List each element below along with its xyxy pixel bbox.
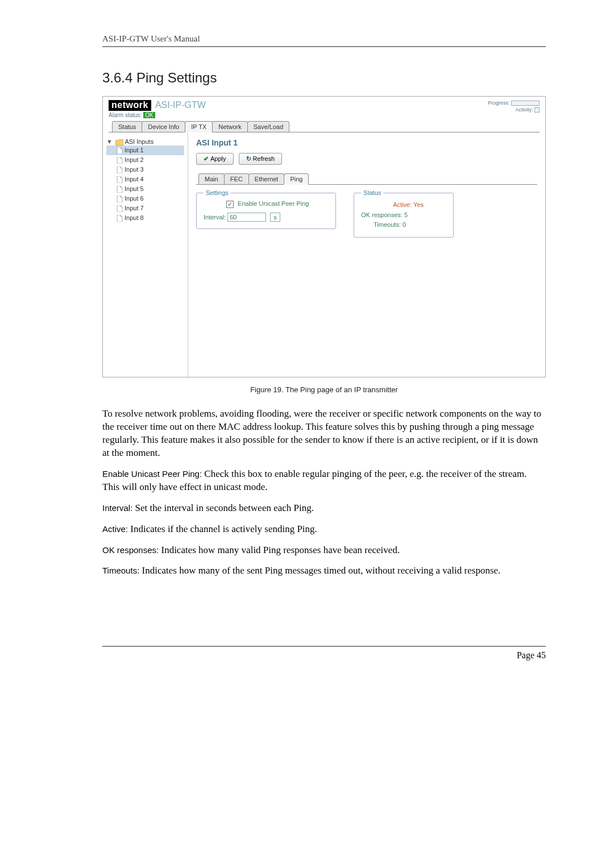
progress-bar	[511, 101, 540, 106]
figure-caption: Figure 19. The Ping page of an IP transm…	[102, 385, 546, 394]
tab-device-info[interactable]: Device Info	[142, 121, 185, 132]
section-title: 3.6.4 Ping Settings	[102, 70, 546, 86]
file-icon	[117, 176, 123, 183]
tab-save-load[interactable]: Save/Load	[247, 121, 290, 132]
progress-label: Progress:	[488, 100, 510, 106]
settings-fieldset: Settings ✓ Enable Unicast Peer Ping Inte…	[196, 193, 336, 229]
nav-tree: ▼ ASI Inputs Input 1Input 2Input 3Input …	[103, 132, 188, 377]
file-icon	[117, 167, 123, 173]
status-legend: Status	[361, 189, 383, 196]
tree-root-label: ASI Inputs	[125, 138, 154, 145]
apply-button[interactable]: ✔Apply	[196, 153, 234, 165]
status-timeouts-label: Timeouts:	[374, 221, 401, 228]
status-timeouts-value: 0	[403, 221, 406, 228]
okresp-text: Indicates how many valid Ping responses …	[159, 545, 400, 555]
tree-item-input-7[interactable]: Input 7	[106, 203, 184, 213]
file-icon	[117, 147, 123, 154]
paragraph-interval: Interval: Set the interval in seconds be…	[102, 502, 546, 515]
tab-ip-tx[interactable]: IP TX	[185, 121, 213, 132]
settings-legend: Settings	[204, 189, 231, 196]
tree-item-input-5[interactable]: Input 5	[106, 184, 184, 194]
activity-label: Activity:	[515, 107, 533, 113]
tree-item-input-1[interactable]: Input 1	[106, 146, 184, 155]
tree-root[interactable]: ▼ ASI Inputs	[106, 138, 184, 146]
tree-item-label: Input 1	[125, 147, 144, 153]
status-active-value: Yes	[413, 201, 424, 208]
inner-tabs: MainFECEthernetPing	[196, 173, 537, 185]
tab-network[interactable]: Network	[212, 121, 247, 132]
status-fieldset: Status Active: Yes OK responses: 5	[354, 193, 454, 238]
tree-item-label: Input 4	[125, 176, 144, 182]
alarm-value: OK	[143, 112, 155, 118]
paragraph-active: Active: Indicates if the channel is acti…	[102, 523, 546, 536]
status-ok-value: 5	[404, 211, 408, 218]
interval-input[interactable]	[227, 213, 266, 222]
tree-item-label: Input 2	[125, 156, 144, 163]
panel-title: ASI Input 1	[196, 138, 537, 147]
app-screenshot: network ASI-IP-GTW Progress: Activity: A…	[102, 96, 546, 377]
paragraph-okresp: OK responses: Indicates how many valid P…	[102, 544, 546, 557]
product-name: ASI-IP-GTW	[155, 100, 206, 110]
enable-unicast-label: Enable Unicast Peer Ping	[238, 200, 309, 207]
alarm-label: Alarm status:	[109, 112, 142, 118]
tree-item-label: Input 6	[125, 195, 144, 202]
content-panel: ASI Input 1 ✔Apply ↻Refresh MainFECEther…	[188, 132, 545, 377]
tree-item-input-2[interactable]: Input 2	[106, 155, 184, 165]
inner-tab-ping[interactable]: Ping	[284, 173, 309, 185]
paragraph-timeouts: Timeouts: Indicates how many of the sent…	[102, 564, 546, 578]
refresh-button[interactable]: ↻Refresh	[239, 153, 283, 165]
active-term: Active:	[102, 524, 128, 534]
file-icon	[117, 205, 123, 212]
tree-item-label: Input 3	[125, 166, 144, 173]
refresh-label: Refresh	[253, 155, 275, 162]
interval-term: Interval:	[102, 503, 132, 513]
file-icon	[117, 186, 123, 193]
top-right-status: Progress: Activity:	[488, 100, 540, 113]
status-active-label: Active:	[393, 201, 412, 208]
file-icon	[117, 196, 123, 202]
brand-logo: network	[109, 100, 151, 111]
timeouts-term: Timeouts:	[102, 566, 139, 575]
inner-tab-main[interactable]: Main	[198, 173, 225, 184]
tree-item-input-6[interactable]: Input 6	[106, 194, 184, 203]
doc-header: ASI-IP-GTW User's Manual	[102, 34, 546, 47]
timeouts-text: Indicates how many of the sent Ping mess…	[139, 565, 500, 576]
tree-item-input-8[interactable]: Input 8	[106, 213, 184, 223]
tree-item-label: Input 7	[125, 205, 144, 211]
tab-status[interactable]: Status	[112, 121, 142, 132]
file-icon	[117, 157, 123, 164]
inner-tab-ethernet[interactable]: Ethernet	[248, 173, 285, 184]
paragraph-enable: Enable Unicast Peer Ping: Check this box…	[102, 468, 546, 494]
file-icon	[117, 215, 123, 222]
apply-label: Apply	[210, 155, 226, 162]
main-tabs: StatusDevice InfoIP TXNetworkSave/Load	[109, 121, 540, 132]
tree-item-label: Input 5	[125, 185, 144, 192]
tree-item-label: Input 8	[125, 214, 144, 221]
enable-term: Enable Unicast Peer Ping:	[102, 469, 202, 479]
tree-item-input-4[interactable]: Input 4	[106, 175, 184, 184]
interval-label: Interval:	[204, 214, 226, 221]
folder-icon	[115, 139, 123, 146]
activity-indicator	[534, 107, 540, 113]
okresp-term: OK responses:	[102, 545, 159, 555]
paragraph-intro: To resolve network problems, avoiding fl…	[102, 408, 546, 460]
page-footer: Page 45	[102, 646, 546, 661]
tree-collapse-icon[interactable]: ▼	[106, 138, 113, 145]
active-text: Indicates if the channel is actively sen…	[128, 524, 317, 534]
inner-tab-fec[interactable]: FEC	[224, 173, 249, 184]
alarm-status: Alarm status: OK	[109, 112, 540, 118]
refresh-icon: ↻	[246, 155, 251, 162]
enable-unicast-checkbox[interactable]: ✓	[226, 201, 234, 208]
tree-item-input-3[interactable]: Input 3	[106, 165, 184, 175]
interval-text: Set the interval in seconds between each…	[132, 502, 314, 513]
interval-unit: s	[270, 213, 280, 222]
apply-icon: ✔	[204, 155, 209, 162]
status-ok-label: OK responses:	[361, 211, 403, 218]
